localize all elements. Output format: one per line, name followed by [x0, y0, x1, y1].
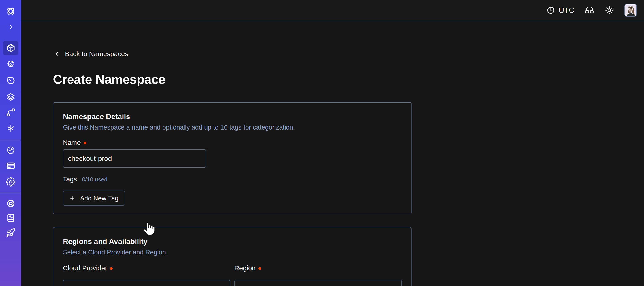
regions-card-subtitle: Select a Cloud Provider and Region. — [63, 249, 168, 256]
timezone-button[interactable]: UTC — [546, 6, 574, 15]
tags-row: Tags 0/10 used — [63, 175, 108, 183]
sidebar-item-support[interactable] — [3, 196, 18, 211]
timezone-label: UTC — [559, 6, 574, 14]
namespace-details-card: Namespace Details Give this Namespace a … — [53, 102, 412, 214]
chevron-right-icon — [8, 24, 14, 30]
settings-gear-icon — [6, 177, 16, 187]
add-new-tag-button[interactable]: Add New Tag — [63, 191, 125, 206]
spiral-icon — [6, 59, 16, 69]
regions-card: Regions and Availability Select a Cloud … — [53, 227, 412, 286]
cloud-provider-placeholder: Select Cloud Provider — [69, 285, 136, 286]
billing-card-icon — [6, 161, 16, 171]
temporal-logo[interactable] — [3, 4, 18, 18]
region-select-left: Select Region — [240, 285, 294, 286]
sidebar — [0, 0, 21, 286]
sidebar-item-docs[interactable] — [3, 211, 18, 225]
topbar: UTC — [21, 0, 644, 21]
sidebar-item-getting-started[interactable] — [3, 226, 18, 240]
tags-label: Tags — [63, 175, 77, 183]
chevron-left-icon — [54, 50, 60, 57]
sidebar-item-billing[interactable] — [3, 159, 18, 173]
required-dot — [110, 267, 113, 270]
book-icon — [6, 213, 16, 223]
region-select[interactable]: Select Region — [234, 280, 402, 286]
lifebuoy-icon — [6, 199, 16, 208]
sun-icon — [605, 5, 614, 15]
back-to-namespaces-link[interactable]: Back to Namespaces — [54, 50, 128, 58]
details-card-title: Namespace Details — [63, 112, 130, 121]
region-placeholder: Select Region — [251, 285, 294, 286]
plus-icon — [69, 195, 75, 201]
main-content: Back to Namespaces Create Namespace Name… — [21, 22, 644, 286]
user-avatar[interactable] — [624, 4, 637, 16]
labs-toggle-button[interactable] — [584, 5, 594, 15]
sidebar-item-nexus[interactable] — [3, 121, 18, 136]
back-link-label: Back to Namespaces — [65, 50, 128, 58]
name-field-label: Name — [63, 139, 86, 146]
clock-icon — [546, 6, 555, 15]
cloud-provider-label-text: Cloud Provider — [63, 264, 107, 272]
sidebar-item-namespaces[interactable] — [3, 41, 18, 55]
sidebar-item-usage[interactable] — [3, 143, 18, 157]
create-namespace-page: UTC — [0, 0, 644, 286]
sidebar-item-workflows[interactable] — [3, 57, 18, 71]
theme-toggle-button[interactable] — [605, 5, 614, 15]
branch-icon — [6, 108, 16, 117]
namespace-name-input[interactable] — [63, 149, 206, 168]
temporal-logo-icon — [6, 6, 16, 16]
cloud-provider-field: Cloud Provider Select Cloud Provider — [63, 264, 230, 286]
sidebar-item-settings[interactable] — [3, 175, 18, 189]
region-label-text: Region — [234, 264, 256, 272]
add-new-tag-label: Add New Tag — [80, 195, 118, 202]
gauge-icon — [6, 145, 16, 155]
glasses-icon — [584, 5, 594, 15]
timer-icon — [6, 76, 16, 85]
region-label: Region — [234, 264, 402, 272]
sidebar-item-schedules[interactable] — [3, 73, 18, 88]
cloud-provider-select[interactable]: Select Cloud Provider — [63, 280, 230, 286]
sidebar-divider — [0, 140, 21, 140]
region-field: Region Select Region — [234, 264, 402, 286]
tags-count: 0/10 used — [82, 176, 107, 183]
cloud-provider-label: Cloud Provider — [63, 264, 230, 272]
name-label-text: Name — [63, 139, 81, 146]
avatar-image — [625, 4, 637, 16]
sidebar-divider — [0, 193, 21, 193]
details-card-subtitle: Give this Namespace a name and optionall… — [63, 124, 295, 131]
required-dot — [258, 267, 261, 270]
regions-card-title: Regions and Availability — [63, 237, 148, 246]
required-dot — [84, 142, 86, 144]
cube-icon — [6, 43, 16, 53]
sidebar-item-stacks[interactable] — [3, 89, 18, 104]
asterisk-icon — [6, 124, 16, 133]
rocket-icon — [6, 228, 16, 237]
layers-icon — [6, 92, 16, 101]
sidebar-expand-button[interactable] — [3, 20, 18, 34]
regions-fields: Cloud Provider Select Cloud Provider Reg… — [63, 264, 402, 286]
sidebar-item-deployments[interactable] — [3, 105, 18, 120]
page-title: Create Namespace — [53, 72, 165, 87]
